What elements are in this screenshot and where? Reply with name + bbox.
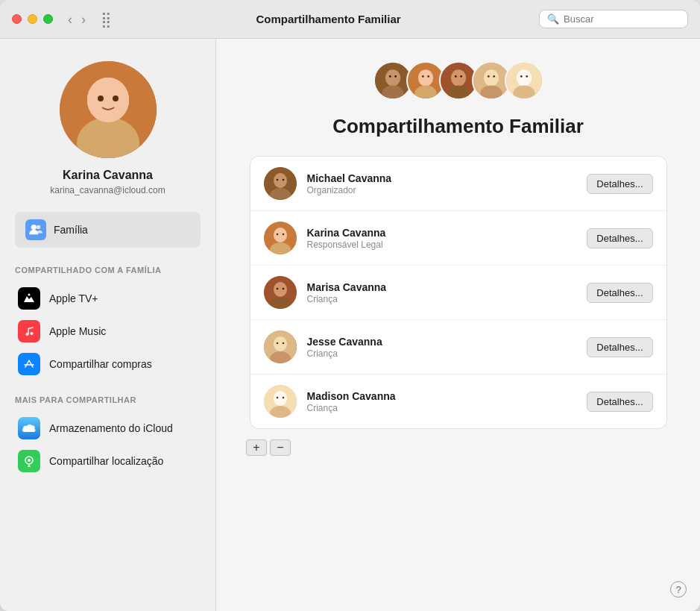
applemusic-icon [18, 320, 40, 342]
appstore-icon [18, 353, 40, 375]
svg-point-33 [493, 75, 495, 78]
sidebar-item-icloud[interactable]: Armazenamento do iCloud [15, 412, 201, 445]
svg-point-52 [276, 288, 278, 290]
member-avatar-2 [264, 222, 297, 254]
maximize-button[interactable] [43, 14, 53, 24]
member-row: Madison Cavanna Criança Detalhes... [250, 375, 666, 428]
svg-point-40 [274, 173, 287, 188]
shared-section-label: COMPARTILHADO COM A FAMÍLIA [15, 266, 161, 275]
back-button[interactable]: ‹ [65, 11, 75, 28]
member-name-3: Marisa Cavanna [307, 281, 577, 293]
svg-point-20 [417, 69, 432, 86]
icloud-icon [18, 417, 40, 439]
member-row: Michael Cavanna Organizador Detalhes... [250, 157, 666, 211]
familia-button[interactable]: Família [15, 212, 201, 248]
search-bar[interactable]: 🔍 [539, 10, 688, 28]
add-member-button[interactable]: + [246, 439, 267, 456]
search-icon: 🔍 [547, 13, 559, 25]
svg-point-35 [516, 69, 531, 86]
window-title: Compartilhamento Familiar [118, 13, 539, 25]
svg-point-17 [388, 75, 391, 78]
app-window: ‹ › ⣿ Compartilhamento Familiar 🔍 [0, 0, 700, 611]
svg-point-32 [487, 75, 489, 78]
svg-point-55 [274, 336, 287, 351]
member-avatar-1 [264, 167, 297, 200]
detalhes-button-2[interactable]: Detalhes... [587, 228, 652, 248]
grid-button[interactable]: ⣿ [95, 9, 118, 30]
help-button[interactable]: ? [670, 581, 687, 598]
member-avatar-5 [264, 385, 297, 418]
svg-point-48 [282, 234, 284, 236]
appletv-label: Apple TV+ [49, 292, 98, 304]
svg-point-53 [282, 288, 284, 290]
applemusic-label: Apple Music [49, 325, 106, 337]
search-input[interactable] [564, 13, 668, 25]
svg-point-6 [113, 95, 119, 101]
svg-point-10 [26, 333, 29, 336]
svg-point-5 [98, 95, 104, 101]
findmy-icon [18, 450, 40, 472]
remove-member-button[interactable]: − [270, 439, 291, 456]
member-role-2: Responsável Legal [307, 239, 577, 250]
svg-point-62 [276, 397, 278, 399]
sidebar-item-appstore[interactable]: Compartilhar compras [15, 348, 201, 380]
svg-point-8 [37, 225, 40, 229]
svg-point-47 [276, 234, 278, 236]
member-avatar-4 [264, 330, 297, 363]
svg-point-15 [385, 69, 400, 86]
sidebar-item-applemusic[interactable]: Apple Music [15, 315, 201, 348]
member-role-3: Criança [307, 294, 577, 304]
svg-point-58 [282, 342, 284, 345]
svg-point-37 [520, 75, 522, 78]
svg-point-22 [421, 75, 423, 78]
bottom-buttons: + − [246, 439, 663, 456]
svg-point-27 [454, 75, 456, 78]
members-list: Michael Cavanna Organizador Detalhes... [250, 156, 667, 429]
more-items: Armazenamento do iCloud Compartilhar loc… [15, 412, 201, 477]
svg-point-23 [427, 75, 429, 78]
minimize-button[interactable] [28, 14, 37, 24]
member-row: Karina Cavanna Responsável Legal Detalhe… [250, 211, 666, 266]
svg-point-60 [274, 391, 287, 406]
detalhes-button-1[interactable]: Detalhes... [587, 174, 652, 194]
svg-point-43 [282, 179, 284, 181]
svg-point-42 [276, 179, 278, 181]
icloud-label: Armazenamento do iCloud [49, 422, 173, 434]
member-role-5: Criança [307, 403, 577, 413]
svg-point-11 [31, 332, 34, 335]
svg-point-25 [450, 69, 465, 86]
traffic-lights [12, 14, 53, 24]
main-content: Karina Cavanna karina_cavanna@icloud.com… [0, 39, 700, 611]
member-info-1: Michael Cavanna Organizador [307, 172, 577, 195]
svg-point-13 [28, 459, 31, 462]
detalhes-button-5[interactable]: Detalhes... [587, 392, 652, 412]
familia-label: Família [54, 224, 88, 236]
user-avatar [60, 61, 157, 158]
sidebar: Karina Cavanna karina_cavanna@icloud.com… [0, 39, 216, 611]
user-name: Karina Cavanna [63, 169, 153, 182]
family-avatar-5 [505, 61, 543, 100]
familia-icon [25, 219, 46, 240]
sidebar-item-appletv[interactable]: Apple TV+ [15, 282, 201, 315]
more-section-label: MAIS PARA COMPARTILHAR [15, 395, 136, 404]
member-name-1: Michael Cavanna [307, 172, 577, 184]
member-info-5: Madison Cavanna Criança [307, 390, 577, 413]
nav-buttons: ‹ › ⣿ [65, 9, 118, 30]
user-email: karina_cavanna@icloud.com [50, 185, 165, 195]
findmy-label: Compartilhar localização [49, 455, 163, 467]
member-info-2: Karina Cavanna Responsável Legal [307, 227, 577, 250]
svg-point-18 [394, 75, 397, 78]
appletv-icon [18, 287, 40, 310]
close-button[interactable] [12, 14, 22, 24]
detalhes-button-3[interactable]: Detalhes... [587, 283, 652, 303]
member-name-5: Madison Cavanna [307, 390, 577, 402]
sidebar-item-findmy[interactable]: Compartilhar localização [15, 445, 201, 477]
member-name-4: Jesse Cavanna [307, 336, 577, 348]
detalhes-button-4[interactable]: Detalhes... [587, 337, 652, 357]
forward-button[interactable]: › [78, 11, 89, 28]
svg-point-30 [483, 69, 498, 86]
svg-point-57 [276, 342, 278, 345]
detail-title: Compartilhamento Familiar [332, 115, 584, 138]
member-role-4: Criança [307, 348, 577, 359]
svg-point-7 [31, 225, 37, 230]
